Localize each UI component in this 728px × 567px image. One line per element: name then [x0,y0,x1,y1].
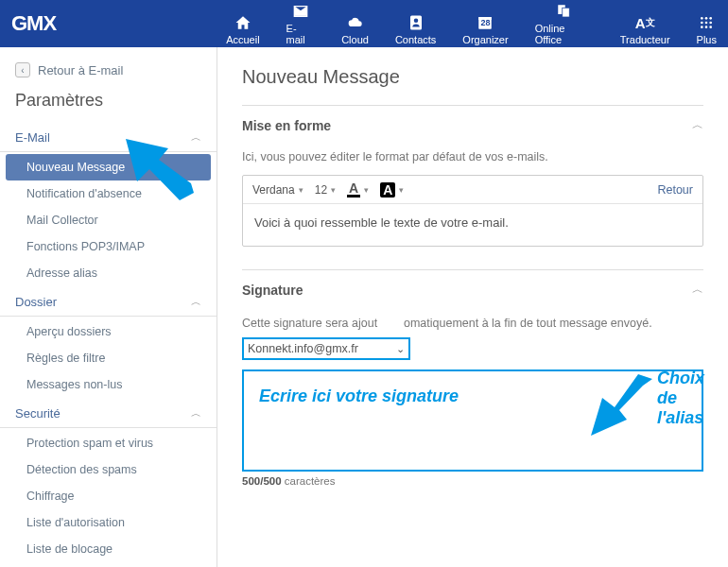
chevron-up-icon: ︿ [191,295,201,309]
nav-label: Organizer [462,34,508,45]
sidebar-item-messages-non-lus[interactable]: Messages non-lus [0,371,217,398]
svg-point-7 [705,17,708,20]
editor-toolbar: Verdana▾ 12▾ A▾ A▾ Retour [243,176,702,204]
alias-value: Konnekt.info@gmx.fr [248,342,358,355]
office-icon [555,2,574,21]
nav-accueil[interactable]: Accueil [226,13,259,45]
svg-point-8 [710,17,713,20]
chevron-down-icon: ▾ [364,185,369,195]
topbar: GMX Accueil E-mail Cloud Contacts 28 Org… [0,0,728,47]
nav-label: Online Office [535,23,594,45]
nav-organizer[interactable]: 28 Organizer [462,13,508,45]
sidebar-item-liste-autorisation[interactable]: Liste d'autorisation [0,509,217,536]
svg-point-1 [413,19,418,24]
page-title: Nouveau Message [242,66,703,88]
section-label: Securité [15,406,61,421]
grid-icon [699,13,714,32]
text-color-button[interactable]: A▾ [347,181,369,198]
chevron-down-icon: ▾ [299,185,303,195]
calendar-icon: 28 [476,13,494,32]
svg-point-9 [701,22,703,25]
sidebar-item-contenu-externe[interactable]: Contenu Externe [0,562,217,567]
section-securite[interactable]: Securité ︿ [0,400,217,428]
nav-contacts[interactable]: Contacts [395,13,436,45]
nav-traducteur[interactable]: A文 Traducteur [620,13,670,45]
editor-sample[interactable]: Voici à quoi ressemble le texte de votre… [243,204,702,246]
sidebar-item-pop3-imap[interactable]: Fonctions POP3/IMAP [0,233,217,260]
nav-label: E-mail [286,23,316,45]
panel-mise-en-forme[interactable]: Mise en forme ︿ [242,105,703,145]
section-dossier[interactable]: Dossier ︿ [0,288,217,317]
sidebar-item-apercu-dossiers[interactable]: Aperçu dossiers [0,318,217,345]
sidebar-item-spam-virus[interactable]: Protection spam et virus [0,430,217,456]
nav-label: Traducteur [620,34,670,45]
signature-desc: Cette signature sera ajouté automatiquem… [242,317,703,330]
svg-point-11 [710,22,713,25]
sidebar-item-mail-collector[interactable]: Mail Collector [0,207,217,233]
top-nav: Accueil E-mail Cloud Contacts 28 Organiz… [226,2,717,45]
svg-point-6 [701,17,703,20]
cloud-icon [345,13,366,32]
panel-label: Signature [242,283,303,298]
sidebar-title: Paramètres [0,83,217,124]
svg-point-14 [710,26,713,28]
svg-point-13 [705,26,708,28]
content: Nouveau Message Mise en forme ︿ Ici, vou… [217,47,728,567]
sidebar-item-adresse-alias[interactable]: Adresse alias [0,260,217,286]
chevron-down-icon: ⌄ [396,343,405,355]
chevron-up-icon: ︿ [692,117,703,133]
nav-label: Plus [697,34,717,45]
mail-icon [291,2,310,21]
sidebar-item-regles-filtre[interactable]: Règles de filtre [0,345,217,371]
sidebar-item-liste-blocage[interactable]: Liste de blocage [0,536,217,562]
sidebar-item-chiffrage[interactable]: Chiffrage [0,483,217,509]
section-label: Dossier [15,295,57,309]
logo: GMX [11,11,56,36]
panel-signature[interactable]: Signature ︿ [242,269,703,309]
nav-cloud[interactable]: Cloud [341,13,369,45]
back-to-email[interactable]: ‹ Retour à E-mail [0,57,217,83]
bg-color-icon: A [380,182,395,198]
bg-color-button[interactable]: A▾ [380,182,404,198]
contacts-icon [407,13,425,32]
section-email[interactable]: E-Mail ︿ [0,124,217,152]
chevron-up-icon: ︿ [692,282,703,298]
back-label: Retour à E-mail [38,63,123,77]
svg-point-12 [701,26,703,28]
font-selector[interactable]: Verdana▾ [252,183,303,197]
size-selector[interactable]: 12▾ [315,183,336,197]
chevron-left-icon: ‹ [15,62,30,77]
signature-textarea[interactable]: Ecrire ici votre signature [242,369,703,472]
sidebar-item-notification-absence[interactable]: Notification d'absence [0,180,217,207]
translate-icon: A文 [635,13,655,32]
nav-plus[interactable]: Plus [697,13,717,45]
chevron-down-icon: ▾ [331,185,336,195]
nav-label: Accueil [226,34,259,45]
svg-rect-5 [562,8,569,17]
nav-email[interactable]: E-mail [286,2,316,45]
nav-label: Contacts [395,34,436,45]
format-desc: Ici, vous pouvez éditer le format par dé… [242,150,703,163]
sidebar-item-nouveau-message[interactable]: Nouveau Message [6,154,211,180]
text-color-icon: A [347,181,360,198]
sidebar: ‹ Retour à E-mail Paramètres E-Mail ︿ No… [0,47,217,567]
svg-point-10 [705,22,708,25]
home-icon [234,13,252,32]
sidebar-item-detection-spam[interactable]: Détection des spams [0,456,217,483]
nav-office[interactable]: Online Office [535,2,594,45]
panel-label: Mise en forme [242,118,331,133]
char-counter: 500/500 caractères [242,475,703,487]
chevron-down-icon: ▾ [399,185,404,195]
chevron-up-icon: ︿ [191,406,201,421]
chevron-up-icon: ︿ [191,130,201,145]
section-label: E-Mail [15,130,50,145]
nav-label: Cloud [341,34,369,45]
editor-back-link[interactable]: Retour [657,183,693,197]
alias-select[interactable]: Konnekt.info@gmx.fr ⌄ [242,337,410,360]
format-editor: Verdana▾ 12▾ A▾ A▾ Retour Voici à quoi r… [242,175,703,247]
annotation-signature-hint: Ecrire ici votre signature [259,387,459,405]
